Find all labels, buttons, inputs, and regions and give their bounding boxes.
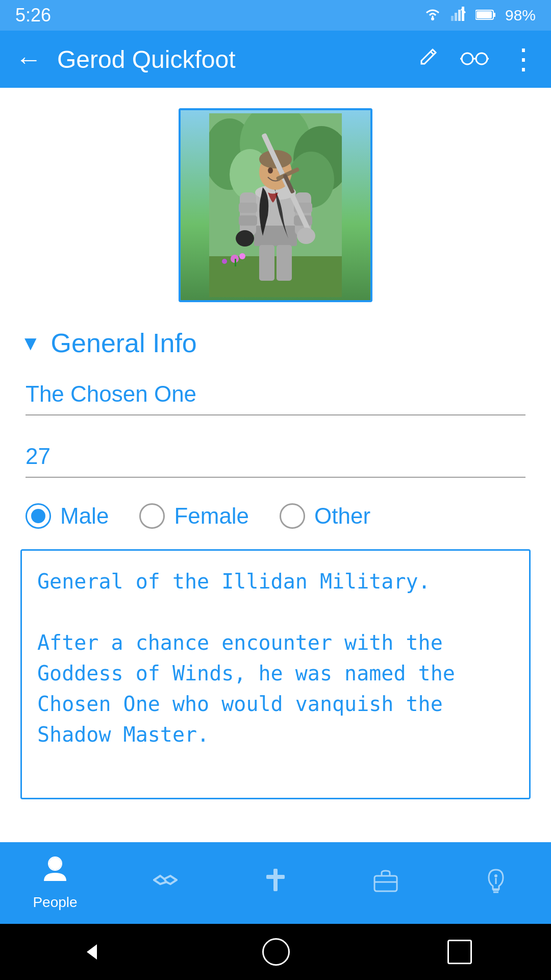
svg-rect-8 <box>477 11 492 18</box>
svg-rect-49 <box>266 875 285 879</box>
svg-point-39 <box>297 228 315 244</box>
svg-rect-4 <box>462 7 464 21</box>
svg-point-54 <box>494 874 497 877</box>
female-radio-label: Female <box>174 503 249 529</box>
section-title: General Info <box>51 328 197 358</box>
status-time: 5:26 <box>15 5 51 26</box>
nav-item-info[interactable] <box>450 866 542 900</box>
gender-radio-group: Male Female Other <box>0 493 551 544</box>
signal-icon <box>451 7 466 24</box>
edit-icon[interactable] <box>417 45 440 74</box>
svg-rect-48 <box>273 869 278 891</box>
svg-point-44 <box>222 259 227 264</box>
svg-rect-2 <box>455 13 457 21</box>
svg-point-38 <box>236 230 254 247</box>
back-button[interactable]: ← <box>15 44 42 75</box>
svg-rect-24 <box>254 226 297 246</box>
system-navigation <box>0 924 551 980</box>
more-options-icon[interactable]: ⋮ <box>509 45 536 74</box>
cross-nav-icon <box>261 866 290 900</box>
gender-other-option[interactable]: Other <box>280 503 370 529</box>
svg-rect-29 <box>240 192 256 236</box>
other-radio-circle[interactable] <box>280 503 305 529</box>
svg-point-10 <box>462 53 473 64</box>
svg-point-0 <box>431 17 434 20</box>
wifi-icon <box>423 7 442 24</box>
svg-rect-21 <box>209 256 342 297</box>
age-field-container <box>0 431 551 493</box>
svg-rect-1 <box>451 16 454 21</box>
system-recents-button[interactable] <box>447 940 472 964</box>
bulb-nav-icon <box>482 866 510 900</box>
bio-textarea[interactable]: General of the Illidan Military. After a… <box>22 551 529 796</box>
bio-textarea-wrapper: General of the Illidan Military. After a… <box>22 551 529 798</box>
svg-rect-30 <box>239 203 257 213</box>
gender-female-option[interactable]: Female <box>139 503 249 529</box>
svg-marker-56 <box>87 944 97 960</box>
glasses-icon[interactable] <box>460 45 489 73</box>
knight-svg <box>209 113 342 297</box>
profile-image-container <box>0 88 551 317</box>
svg-rect-41 <box>277 245 292 281</box>
svg-point-46 <box>49 857 61 870</box>
svg-point-43 <box>239 253 245 259</box>
system-back-button[interactable] <box>79 939 105 965</box>
home-circle <box>262 938 290 966</box>
title-field[interactable] <box>26 374 525 415</box>
svg-rect-7 <box>493 13 495 17</box>
system-home-button[interactable] <box>262 938 290 966</box>
expand-triangle-icon[interactable]: ▼ <box>20 332 41 355</box>
svg-rect-45 <box>235 259 236 266</box>
status-icons: 98% <box>423 7 536 24</box>
age-field[interactable] <box>26 436 525 478</box>
male-radio-inner <box>31 509 45 523</box>
handshake-nav-icon <box>151 866 180 900</box>
nav-item-people[interactable]: People <box>9 855 101 911</box>
svg-point-11 <box>476 53 487 64</box>
svg-rect-31 <box>239 215 257 226</box>
battery-percentage: 98% <box>505 7 536 24</box>
nav-item-work[interactable] <box>340 866 432 900</box>
title-field-container <box>0 369 551 431</box>
people-nav-icon <box>41 855 69 890</box>
battery-icon <box>475 7 496 24</box>
profile-image[interactable] <box>179 108 372 302</box>
gender-male-option[interactable]: Male <box>26 503 109 529</box>
status-bar: 5:26 98% <box>0 0 551 31</box>
svg-rect-40 <box>259 245 274 281</box>
nav-label-people: People <box>33 894 77 911</box>
main-content: ▼ General Info Male Female Other General… <box>0 88 551 842</box>
male-radio-circle[interactable] <box>26 503 51 529</box>
scroll-spacer <box>0 810 551 825</box>
svg-point-27 <box>268 167 273 174</box>
recent-square <box>447 940 472 964</box>
nav-item-religion[interactable] <box>230 866 321 900</box>
svg-line-9 <box>431 52 434 55</box>
other-radio-label: Other <box>314 503 370 529</box>
app-bar-actions: ⋮ <box>417 45 536 74</box>
nav-item-relations[interactable] <box>119 866 211 900</box>
general-info-section-header: ▼ General Info <box>0 317 551 369</box>
svg-rect-50 <box>374 876 397 891</box>
app-bar: ← Gerod Quickfoot ⋮ <box>0 31 551 88</box>
male-radio-label: Male <box>60 503 109 529</box>
bottom-navigation: People <box>0 842 551 924</box>
page-title: Gerod Quickfoot <box>57 45 402 74</box>
svg-rect-3 <box>458 10 461 21</box>
female-radio-circle[interactable] <box>139 503 165 529</box>
briefcase-nav-icon <box>371 866 400 900</box>
bio-textarea-container: General of the Illidan Military. After a… <box>20 549 531 799</box>
